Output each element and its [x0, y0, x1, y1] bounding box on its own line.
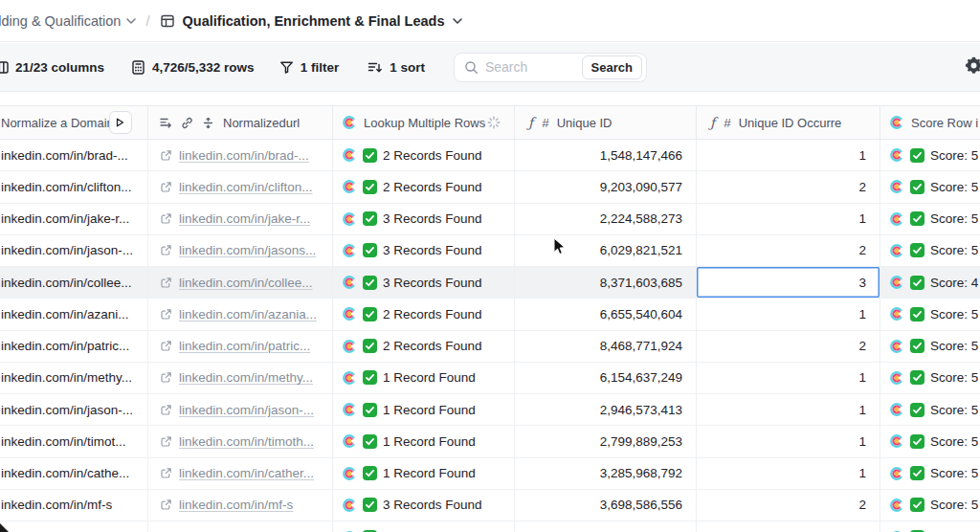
cell-normalize-domain[interactable]: inkedin.com/in/jason-...	[0, 235, 148, 266]
cell-normalizedurl[interactable]: linkedin.com/in/jason-...	[148, 394, 333, 425]
cell-unique-id-occurrence[interactable]: 1	[697, 363, 880, 393]
cell-score[interactable]: Score: 5	[880, 331, 980, 362]
cell-normalizedurl[interactable]: linkedin.com/in/timoth...	[148, 426, 333, 456]
cell-normalize-domain[interactable]: inkedin.com/in/patric...	[0, 331, 148, 362]
column-header-normalizedurl[interactable]: Normalizedurl	[148, 106, 333, 139]
cell-lookup-result[interactable]: 3 Records Found	[333, 204, 515, 234]
cell-unique-id[interactable]: 6,655,540,604	[515, 299, 697, 329]
cell-unique-id[interactable]: 2,946,573,413	[515, 394, 697, 425]
cell-normalize-domain[interactable]: inkedin.com/in/timot...	[0, 426, 148, 456]
cell-unique-id-occurrence[interactable]: 2	[697, 331, 880, 362]
cell-normalizedurl[interactable]: linkedin.com/in/collee...	[148, 267, 333, 298]
cell-unique-id-occurrence[interactable]: 1	[697, 394, 880, 425]
cell-normalize-domain[interactable]	[0, 521, 148, 532]
cell-unique-id[interactable]: 1,548,147,466	[515, 140, 697, 170]
linkedin-link[interactable]: linkedin.com/in/azania...	[179, 307, 317, 321]
cell-lookup-result[interactable]: 3 Records Found	[333, 235, 515, 266]
cell-unique-id-occurrence[interactable]: 1	[697, 204, 880, 234]
cell-unique-id-occurrence[interactable]	[697, 521, 880, 532]
sort-button[interactable]: 1 sort	[368, 60, 425, 75]
cell-lookup-result[interactable]: 2 Records Found	[333, 140, 515, 170]
linkedin-link[interactable]: linkedin.com/in/cather...	[179, 466, 314, 480]
cell-normalize-domain[interactable]: inkedin.com/in/collee...	[0, 267, 148, 298]
cell-normalize-domain[interactable]: inkedin.com/in/azani...	[0, 299, 148, 329]
cell-unique-id[interactable]: 2,799,889,253	[515, 426, 697, 456]
cell-lookup-result[interactable]: 1 Record Found	[333, 394, 515, 425]
linkedin-link[interactable]: linkedin.com/in/jason-...	[179, 403, 314, 417]
cell-normalize-domain[interactable]: inkedin.com/in/brad-...	[0, 140, 148, 170]
cell-normalizedurl[interactable]: linkedin.com/in/cather...	[148, 458, 333, 489]
settings-gear-icon[interactable]	[965, 56, 980, 75]
cell-unique-id-occurrence[interactable]: 2	[697, 235, 880, 266]
cell-unique-id[interactable]: 8,468,771,924	[515, 331, 697, 362]
cell-unique-id-occurrence[interactable]: 2	[697, 490, 880, 521]
cell-normalize-domain[interactable]: inkedin.com/in/mf-s	[0, 490, 148, 521]
column-header-normalize-domain[interactable]: Normalize a Domain	[0, 106, 148, 139]
cell-normalize-domain[interactable]: inkedin.com/in/methy...	[0, 363, 148, 393]
cell-unique-id[interactable]	[515, 521, 697, 532]
cell-score[interactable]: Score: 4	[880, 267, 980, 298]
cell-unique-id[interactable]: 6,154,637,249	[515, 363, 697, 393]
cell-unique-id-occurrence[interactable]: 2	[697, 171, 880, 202]
rows-button[interactable]: 4,726/5,332 rows	[131, 60, 255, 75]
cell-normalizedurl[interactable]: linkedin.com/in/brad-...	[148, 140, 333, 170]
linkedin-link[interactable]: linkedin.com/in/jasons...	[179, 243, 316, 257]
cell-score[interactable]: Score: 5	[880, 140, 980, 170]
cell-unique-id-occurrence[interactable]: 1	[697, 140, 880, 170]
cell-lookup-result[interactable]: 3 Records Found	[333, 267, 515, 298]
cell-lookup-result[interactable]: 1 Record Found	[333, 426, 515, 456]
cell-normalizedurl[interactable]: linkedin.com/in/jake-r...	[148, 204, 333, 234]
linkedin-link[interactable]: linkedin.com/in/jake-r...	[179, 211, 310, 226]
cell-lookup-result[interactable]: 2 Records Found	[333, 331, 515, 362]
breadcrumb-parent[interactable]: ilding & Qualification	[0, 13, 136, 29]
cell-score[interactable]: Score: 5	[880, 235, 980, 266]
cell-normalizedurl[interactable]: linkedin.com/in/methy...	[148, 363, 333, 393]
cell-normalize-domain[interactable]: inkedin.com/in/jason-...	[0, 394, 148, 425]
filter-button[interactable]: 1 filter	[279, 60, 340, 75]
cell-lookup-result[interactable]: 1 Record Found	[333, 458, 515, 489]
cell-unique-id-occurrence[interactable]: 1	[697, 426, 880, 456]
linkedin-link[interactable]: linkedin.com/in/collee...	[179, 276, 313, 290]
cell-normalizedurl[interactable]: linkedin.com/in/azania...	[148, 299, 333, 329]
cell-score[interactable]: Score: 5	[880, 363, 980, 393]
cell-unique-id[interactable]: 8,371,603,685	[515, 267, 697, 298]
cell-unique-id-occurrence[interactable]: 1	[697, 299, 880, 329]
linkedin-link[interactable]: linkedin.com/in/clifton...	[179, 180, 313, 194]
search-submit-button[interactable]: Search	[582, 55, 642, 79]
cell-unique-id[interactable]: 2,224,588,273	[515, 204, 697, 234]
cell-score[interactable]: Score: 5	[880, 171, 980, 202]
linkedin-link[interactable]: linkedin.com/in/patric...	[179, 339, 310, 353]
column-header-score-row[interactable]: Score Row i	[880, 106, 980, 139]
cell-lookup-result[interactable]: 2 Records Found	[333, 171, 515, 202]
cell-normalize-domain[interactable]: inkedin.com/in/jake-r...	[0, 204, 148, 234]
cell-normalize-domain[interactable]: inkedin.com/in/cathe...	[0, 458, 148, 489]
linkedin-link[interactable]: linkedin.com/in/timoth...	[179, 434, 314, 449]
run-column-button[interactable]	[109, 111, 132, 134]
cell-score[interactable]: Score: 5	[880, 490, 980, 521]
cell-normalizedurl[interactable]: linkedin.com/in/mf-s	[148, 490, 333, 521]
search-input[interactable]	[485, 59, 582, 75]
cell-score[interactable]	[880, 521, 980, 532]
cell-score[interactable]: Score: 5	[880, 458, 980, 489]
cell-score[interactable]: Score: 5	[880, 394, 980, 425]
cell-lookup-result[interactable]: 3 Records Found	[333, 490, 515, 521]
column-header-unique-id-occurrence[interactable]: ƒ # Unique ID Occurre	[697, 106, 880, 139]
columns-button[interactable]: 21/23 columns	[0, 60, 104, 75]
cell-normalizedurl[interactable]: linkedin.com/in/jasons...	[148, 235, 333, 266]
linkedin-link[interactable]: linkedin.com/in/brad-...	[179, 148, 309, 163]
column-header-lookup-multiple-rows[interactable]: Lookup Multiple Rows	[333, 106, 515, 139]
cell-lookup-result[interactable]	[333, 521, 515, 532]
cell-normalizedurl[interactable]	[148, 521, 333, 532]
cell-unique-id[interactable]: 3,285,968,792	[515, 458, 697, 489]
cell-unique-id-occurrence[interactable]: 3	[697, 267, 880, 298]
cell-unique-id-occurrence[interactable]: 1	[697, 458, 880, 489]
cell-unique-id[interactable]: 6,029,821,521	[515, 235, 697, 266]
breadcrumb-current-table[interactable]: Qualification, Enrichment & Final Leads	[160, 13, 462, 29]
cell-score[interactable]: Score: 5	[880, 204, 980, 234]
linkedin-link[interactable]: linkedin.com/in/mf-s	[179, 498, 293, 512]
cell-normalizedurl[interactable]: linkedin.com/in/clifton...	[148, 171, 333, 202]
cell-lookup-result[interactable]: 1 Record Found	[333, 363, 515, 393]
cell-normalizedurl[interactable]: linkedin.com/in/patric...	[148, 331, 333, 362]
cell-score[interactable]: Score: 5	[880, 299, 980, 329]
linkedin-link[interactable]: linkedin.com/in/methy...	[179, 370, 313, 385]
